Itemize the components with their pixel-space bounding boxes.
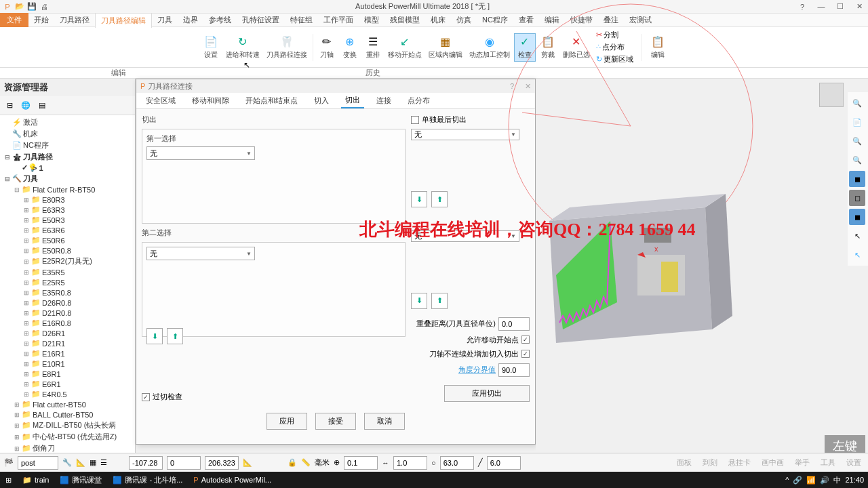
dtab-pointdist[interactable]: 点分布 [403,94,434,108]
status-r5[interactable]: 工具 [821,458,835,468]
btn-apply[interactable]: 应用 [267,413,307,430]
select-icon[interactable]: ↖ [849,247,865,263]
tree-item[interactable]: ⊞📁D26R1 [1,328,134,338]
rbtn-history[interactable]: 📋编辑 [647,34,669,61]
status-flag-icon[interactable]: 🏁 [4,458,14,467]
explorer-globe-icon[interactable]: 🌐 [19,99,33,113]
view-shaded-icon[interactable]: ◼ [849,171,865,187]
dtab-safe[interactable]: 安全区域 [142,94,180,108]
checkbox-allow-move[interactable] [521,336,530,344]
tree-item[interactable]: ⊞📁E35R5 [1,267,134,277]
view-wire-icon[interactable]: ◻ [849,190,865,206]
status-r1[interactable]: 到刻 [703,458,717,468]
tree-item[interactable]: 📄NC程序 [1,140,134,151]
dialog-close-icon[interactable]: ✕ [525,82,531,91]
btn-accept[interactable]: 接受 [315,413,356,430]
status-target-icon[interactable]: ⊕ [334,458,340,467]
dtab-cutin[interactable]: 切入 [310,94,333,108]
help-icon[interactable]: ? [796,3,808,11]
tree-item[interactable]: ⚡激活 [1,117,134,128]
explorer-minus-icon[interactable]: ⊟ [3,99,16,113]
status-r2[interactable]: 悬挂卡 [728,458,751,468]
input-angle[interactable]: 90.0 [498,363,530,377]
open-icon[interactable]: 📂 [15,2,24,12]
checkbox-single-last[interactable] [411,116,419,124]
tree-item[interactable]: ⊞📁E25R5 [1,277,134,287]
checkbox-gouge[interactable] [142,393,150,401]
status-circle-icon[interactable]: ○ [431,459,436,467]
tree-item[interactable]: ⊞📁中心钻-BT50 (优先选用Z) [1,431,134,443]
zoom-out-icon[interactable]: 🔍 [849,152,865,168]
btn-r2-up[interactable]: ⬆ [431,293,448,309]
btn-sl-down[interactable]: ⬇ [411,191,427,207]
dtab-cutout[interactable]: 切出 [341,93,364,108]
tray-net-icon[interactable]: 🔗 [793,476,802,485]
tab-boundary[interactable]: 边界 [178,13,203,27]
status-step-icon[interactable]: ↔ [382,459,389,467]
tree-item[interactable]: ⊞📁E50R3 [1,215,134,225]
status-v3[interactable]: 63.0 [440,456,474,470]
viewcube[interactable] [819,83,844,107]
explorer-tree[interactable]: ⚡激活🔧机床📄NC程序⊟🛣刀具路径✓💡> 1⊟🔨刀具⊟📁Flat Cutter … [0,115,135,472]
rbtn-settings[interactable]: 📄设置 [200,34,222,61]
tab-overlay[interactable]: 叠注 [598,13,624,27]
tab-model[interactable]: 模型 [359,13,384,27]
cursor-icon[interactable]: ↖ [849,228,865,244]
tab-hole[interactable]: 孔特征设置 [237,13,285,27]
tree-item[interactable]: ⊞📁E4R0.5 [1,389,134,399]
rbtn-update[interactable]: ↻更新区域 [594,54,635,65]
tree-item[interactable]: ⊞📁E63R6 [1,225,134,235]
rbtn-trim[interactable]: 📋剪裁 [537,34,559,61]
status-v1[interactable]: 0.1 [344,456,378,470]
rbtn-dynamic[interactable]: ◉动态加工控制 [467,34,513,61]
status-y[interactable]: 0 [167,456,201,470]
rbtn-feedrate[interactable]: ↻进给和转速 [223,34,262,61]
task-tencent2[interactable]: 🟦腾讯课 - 北斗培... [107,472,188,488]
rbtn-transform[interactable]: ⊕变换 [339,34,361,61]
select-second-choice[interactable]: 无▼ [146,247,255,260]
start-button[interactable]: ⊞ [0,472,17,488]
task-tencent[interactable]: 🟦腾讯课堂 [54,472,107,488]
tab-sim[interactable]: 仿真 [451,13,477,27]
minimize-button[interactable]: — [815,3,827,11]
status-unit-icon[interactable]: 📏 [301,458,311,467]
rbtn-connect[interactable]: 🦷刀具路径连接 [264,34,310,61]
tree-item[interactable]: 🔧机床 [1,128,134,140]
select-first-choice[interactable]: 无▼ [146,146,255,160]
btn-r2-down[interactable]: ⬇ [411,293,427,309]
tab-start[interactable]: 开始 [28,13,54,27]
tree-item[interactable]: ⊟🔨刀具 [1,173,134,184]
status-grid-icon[interactable]: ▦ [90,458,96,467]
dtab-startend[interactable]: 开始点和结束点 [241,94,302,108]
viewport[interactable]: P 刀具路径连接 ? ✕ 安全区域 移动和间隙 开始点和结束点 切入 切出 连接… [136,79,868,485]
dtab-move[interactable]: 移动和间隙 [188,94,233,108]
status-angle-icon[interactable]: 📐 [243,458,252,467]
status-r3[interactable]: 画中画 [762,458,784,468]
tree-item[interactable]: ⊞📁E50R6 [1,235,134,245]
tree-item[interactable]: ⊞📁D21R1 [1,338,134,348]
tree-item[interactable]: ⊟📁Flat Cutter R-BT50 [1,184,134,195]
status-v4[interactable]: 6.0 [487,456,521,470]
status-line-icon[interactable]: ╱ [478,458,483,467]
zoom-region-icon[interactable]: 📄 [849,114,865,130]
rbtn-movestart[interactable]: ↙移动开始点 [385,34,425,61]
tree-item[interactable]: ⊞📁MZ-DILL-BT50 (钻头长炳 [1,420,134,431]
status-x[interactable]: -107.28 [129,456,163,470]
print-icon[interactable]: 🖨 [39,2,49,12]
tab-tool[interactable]: 刀具 [152,13,178,27]
btn-sl-up[interactable]: ⬆ [431,191,448,207]
status-r4[interactable]: 举手 [795,458,810,468]
dialog-help-icon[interactable]: ? [510,82,514,90]
tree-item[interactable]: ⊞📁E6R1 [1,379,134,389]
view-block-icon[interactable]: ◼ [849,209,865,225]
tree-item[interactable]: ⊞📁E16R1 [1,348,134,359]
tab-machine[interactable]: 机床 [425,13,451,27]
zoom-fit-icon[interactable]: 🔍 [849,95,865,111]
btn-apply-cut[interactable]: 应用切出 [444,385,530,402]
tray-vol-icon[interactable]: 🔊 [820,476,829,485]
rbtn-check[interactable]: ✓检查 [514,33,536,62]
rbtn-reorder[interactable]: ☰重排 [362,34,384,61]
tree-item[interactable]: ⊞📁E63R3 [1,205,134,215]
tab-toolpath-edit[interactable]: 刀具路径编辑 [95,13,152,28]
task-powermill[interactable]: PAutodesk PowerMil... [188,472,277,488]
